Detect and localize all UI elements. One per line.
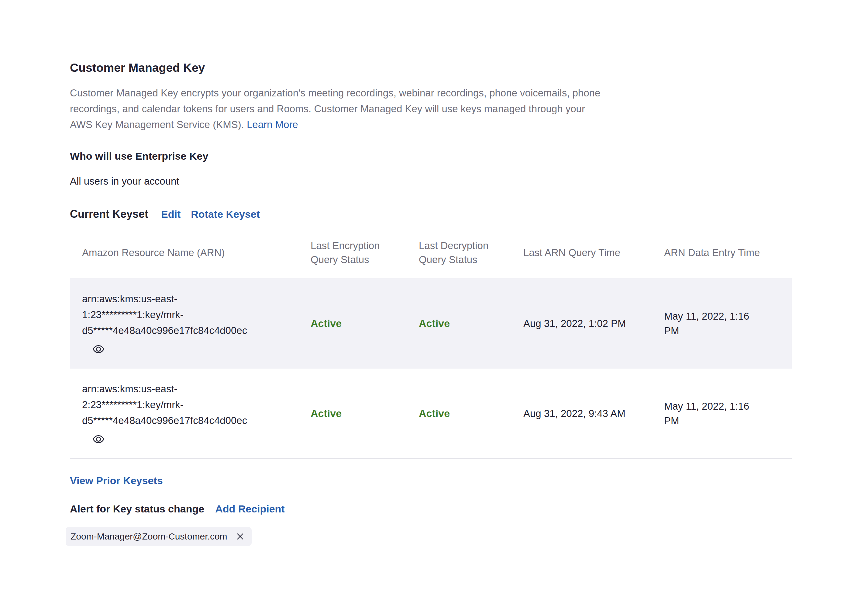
rotate-keyset-link[interactable]: Rotate Keyset [191,208,260,220]
decryption-status: Active [419,408,523,419]
decryption-status: Active [419,318,523,329]
reveal-arn-button[interactable] [92,345,105,354]
alert-heading: Alert for Key status change [70,503,204,515]
recipient-chip: Zoom-Manager@Zoom-Customer.com [66,527,252,546]
recipient-email: Zoom-Manager@Zoom-Customer.com [71,531,227,542]
arn-value: arn:aws:kms:us-east-2:23*********1:key/m… [82,381,264,429]
table-row: arn:aws:kms:us-east-2:23*********1:key/m… [70,368,792,459]
arn-cell: arn:aws:kms:us-east-1:23*********1:key/m… [70,291,311,356]
close-icon [236,537,244,542]
eye-icon [92,350,105,355]
encryption-status: Active [311,408,419,419]
table-row: arn:aws:kms:us-east-1:23*********1:key/m… [70,278,792,368]
arn-data-entry-time: May 11, 2022, 1:16 PM [664,309,765,338]
description-text: Customer Managed Key encrypts your organ… [70,87,600,130]
column-header-last-encryption-query-status: Last Encryption Query Status [311,239,419,267]
column-header-last-arn-query-time: Last ARN Query Time [523,246,664,260]
current-keyset-heading: Current Keyset [70,208,148,220]
edit-keyset-link[interactable]: Edit [161,208,180,220]
view-prior-keysets-link[interactable]: View Prior Keysets [70,475,163,486]
add-recipient-link[interactable]: Add Recipient [215,503,285,515]
arn-value: arn:aws:kms:us-east-1:23*********1:key/m… [82,291,264,339]
arn-data-entry-time: May 11, 2022, 1:16 PM [664,399,765,428]
current-keyset-header: Current Keyset Edit Rotate Keyset [70,208,809,220]
learn-more-link[interactable]: Learn More [247,119,298,130]
customer-managed-key-page: Customer Managed Key Customer Managed Ke… [0,0,809,546]
page-title: Customer Managed Key [70,61,809,75]
keyset-table-header: Amazon Resource Name (ARN) Last Encrypti… [70,235,792,278]
eye-icon [92,440,105,445]
column-header-last-decryption-query-status: Last Decryption Query Status [419,239,523,267]
remove-recipient-button[interactable] [236,532,244,541]
description: Customer Managed Key encrypts your organ… [70,85,605,133]
last-arn-query-time: Aug 31, 2022, 9:43 AM [523,406,664,421]
encryption-status: Active [311,318,419,329]
who-will-use-value: All users in your account [70,176,809,187]
who-will-use-heading: Who will use Enterprise Key [70,150,809,162]
arn-cell: arn:aws:kms:us-east-2:23*********1:key/m… [70,381,311,446]
alert-section: Alert for Key status change Add Recipien… [70,503,809,515]
last-arn-query-time: Aug 31, 2022, 1:02 PM [523,316,664,331]
column-header-arn-data-entry-time: ARN Data Entry Time [664,246,792,260]
keyset-table: Amazon Resource Name (ARN) Last Encrypti… [70,235,792,459]
reveal-arn-button[interactable] [92,435,105,444]
column-header-arn: Amazon Resource Name (ARN) [70,246,311,260]
